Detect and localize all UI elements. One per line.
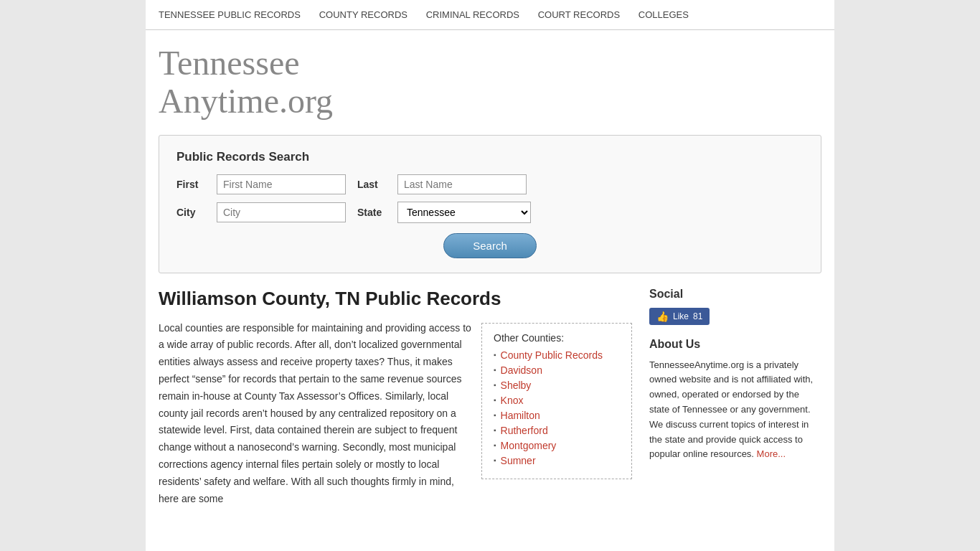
nav-court-records[interactable]: COURT RECORDS xyxy=(538,9,620,20)
fb-like-label: Like xyxy=(673,311,689,321)
list-item: Knox xyxy=(494,395,620,406)
counties-title: Other Counties: xyxy=(494,332,620,344)
main-content: Williamson County, TN Public Records Oth… xyxy=(159,288,632,508)
county-link-davidson[interactable]: Davidson xyxy=(501,364,542,376)
search-title: Public Records Search xyxy=(176,150,804,164)
list-item: Hamilton xyxy=(494,410,620,421)
about-text: TennesseeAnytime.org is a privately owne… xyxy=(649,358,821,463)
list-item: Shelby xyxy=(494,380,620,391)
sidebar: Social 👍 Like 81 About Us TennesseeAnyti… xyxy=(649,288,821,508)
county-link-hamilton[interactable]: Hamilton xyxy=(501,410,540,421)
state-label: State xyxy=(357,207,386,218)
facebook-like-button[interactable]: 👍 Like 81 xyxy=(649,308,710,325)
county-link-knox[interactable]: Knox xyxy=(501,395,524,406)
county-link-public[interactable]: County Public Records xyxy=(501,349,603,361)
page-heading: Williamson County, TN Public Records xyxy=(159,288,632,310)
first-name-label: First xyxy=(176,179,205,190)
list-item: Davidson xyxy=(494,364,620,376)
search-box: Public Records Search First Last City St… xyxy=(159,135,821,273)
county-link-rutherford[interactable]: Rutherford xyxy=(501,425,548,436)
more-link[interactable]: More... xyxy=(757,448,786,459)
nav-colleges[interactable]: COLLEGES xyxy=(639,9,689,20)
fb-count: 81 xyxy=(693,311,702,321)
city-input[interactable] xyxy=(217,202,346,222)
list-item: County Public Records xyxy=(494,349,620,361)
state-select[interactable]: Tennessee xyxy=(397,202,531,223)
nav-tennessee-public-records[interactable]: TENNESSEE PUBLIC RECORDS xyxy=(159,9,301,20)
county-link-shelby[interactable]: Shelby xyxy=(501,380,532,391)
thumbs-up-icon: 👍 xyxy=(656,311,669,322)
last-name-input[interactable] xyxy=(397,174,527,194)
county-link-montgomery[interactable]: Montgomery xyxy=(501,440,557,451)
list-item: Sumner xyxy=(494,455,620,466)
list-item: Rutherford xyxy=(494,425,620,436)
nav-county-records[interactable]: COUNTY RECORDS xyxy=(319,9,407,20)
counties-list: County Public Records Davidson Shelby Kn… xyxy=(494,349,620,466)
nav-criminal-records[interactable]: CRIMINAL RECORDS xyxy=(426,9,519,20)
list-item: Montgomery xyxy=(494,440,620,451)
about-section: About Us TennesseeAnytime.org is a priva… xyxy=(649,338,821,463)
nav-bar: TENNESSEE PUBLIC RECORDS COUNTY RECORDS … xyxy=(146,0,834,30)
search-button[interactable]: Search xyxy=(443,233,537,258)
city-label: City xyxy=(176,207,205,218)
counties-box: Other Counties: County Public Records Da… xyxy=(481,323,632,479)
social-section: Social 👍 Like 81 xyxy=(649,288,821,325)
site-logo[interactable]: Tennessee Anytime.org xyxy=(159,44,821,121)
content-area: Williamson County, TN Public Records Oth… xyxy=(146,288,834,508)
about-title: About Us xyxy=(649,338,821,351)
social-title: Social xyxy=(649,288,821,301)
logo-area: Tennessee Anytime.org xyxy=(146,30,834,128)
first-name-input[interactable] xyxy=(217,174,346,194)
county-link-sumner[interactable]: Sumner xyxy=(501,455,536,466)
last-name-label: Last xyxy=(357,179,386,190)
